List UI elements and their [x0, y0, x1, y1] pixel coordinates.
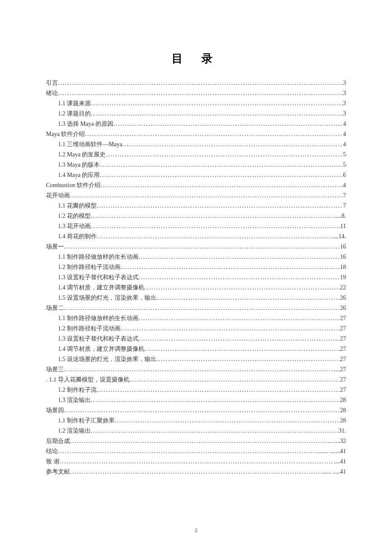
toc-entry: 1.5 设置场景的灯光，渲染效果，输出. 26 — [46, 293, 346, 303]
toc-entry-page: 7 — [343, 201, 346, 211]
toc-dots — [64, 405, 340, 416]
toc-entry: 1.2 制作路径粒子流动画18 — [46, 262, 346, 272]
toc-dots — [64, 242, 340, 252]
toc-entry-page: 31. — [339, 426, 346, 436]
toc-entry-label: 结论 — [46, 446, 58, 457]
toc-list: 引言3绪论31.1 课题来源31.2 课题目的31.3 选择 Maya 的原因 … — [46, 78, 346, 477]
toc-dots — [138, 272, 340, 283]
toc-dots — [138, 313, 340, 324]
toc-entry-label: 1.5 设置场景的灯光，渲染效果，输出. — [58, 293, 158, 303]
toc-entry: 1.5 设这场景的灯光，渲染效果，输出27 — [46, 354, 346, 364]
toc-entry-label: 场景一 — [46, 242, 64, 252]
toc-entry-page: 16 — [340, 252, 346, 262]
toc-entry-label: 1.2 课题目的 — [58, 109, 91, 119]
toc-dots — [97, 201, 343, 211]
toc-entry-page: 27 — [340, 344, 346, 354]
toc-entry-page: 28 — [340, 416, 346, 426]
toc-entry-page: 26 — [340, 303, 346, 313]
toc-entry: 1.3 渲染输出28 — [46, 395, 346, 405]
toc-entry-label: 1.2 制作路径粒子流动画 — [58, 262, 121, 272]
toc-dots — [113, 119, 343, 129]
toc-dots — [144, 344, 340, 354]
toc-entry: 后期合成.. ....32 — [46, 436, 346, 446]
toc-dots — [144, 283, 340, 293]
toc-entry-label: 1.5 设这场景的灯光，渲染效果，输出 — [58, 354, 156, 364]
toc-entry: 1.4 荷花的制作 ....14. — [46, 231, 346, 242]
toc-entry: 1.2 制作路径粒子流动画27 — [46, 324, 346, 334]
toc-dots — [64, 303, 340, 313]
toc-entry-label: 1.1 三维动画软件—Maya — [58, 139, 122, 150]
toc-dots — [91, 98, 343, 109]
toc-dots — [100, 170, 343, 180]
toc-dots — [115, 416, 340, 426]
toc-entry-page: 26 — [340, 293, 346, 303]
page-number: 2 — [0, 527, 392, 534]
toc-entry: 场景四28 — [46, 405, 346, 416]
toc-dots — [121, 324, 340, 334]
toc-entry: 1.1 课题来源3 — [46, 98, 346, 109]
toc-entry-page: 4 — [343, 129, 346, 139]
toc-dots — [64, 364, 334, 375]
toc-entry-page: .. ....32 — [330, 436, 346, 446]
toc-dots — [158, 293, 340, 303]
toc-entry: 1.2 课题目的3 — [46, 109, 346, 119]
toc-entry: 1.1 制作路径做放样的生长动画27 — [46, 313, 346, 324]
toc-entry-label: 场景二 — [46, 303, 64, 313]
toc-entry: 1.3 花开动画11 — [46, 221, 346, 231]
toc-entry-page: 7 — [343, 191, 346, 201]
toc-entry-label: 参考文献 — [46, 467, 70, 477]
toc-entry: 场景一16 — [46, 242, 346, 252]
toc-entry-label: 场景三 — [46, 364, 64, 375]
toc-entry: 1.4 调节材质，建立并调整摄像机27 — [46, 344, 346, 354]
toc-entry-label: 1.4 调节材质，建立并调整摄像机 — [58, 344, 144, 354]
toc-dots — [85, 129, 343, 139]
toc-entry-label: 1.3 渲染输出 — [58, 395, 91, 405]
toc-entry: 1.4 调节材质，建立并调整摄像机22 — [46, 283, 346, 293]
toc-dots — [101, 180, 343, 191]
toc-entry-page: 27 — [340, 313, 346, 324]
toc-entry-page: 6 — [343, 170, 346, 180]
toc-entry-label: 1.1 制作路径做放样的生长动画 — [58, 252, 138, 262]
toc-entry: 1.1 制作路径做放样的生长动画16 — [46, 252, 346, 262]
toc-entry-label: 1.4 荷花的制作 — [58, 231, 97, 242]
toc-entry: 引言3 — [46, 78, 346, 88]
toc-entry: 绪论3 — [46, 88, 346, 98]
toc-entry-label: 1.1 制作粒子汇聚效果 — [58, 416, 115, 426]
toc-entry-page: 3 — [343, 78, 346, 88]
toc-entry-label: 1.3 设置粒子替代和粒子表达式 — [58, 272, 138, 283]
toc-entry-label: 1.4 Maya 的应用 — [58, 170, 100, 180]
toc-dots — [70, 467, 324, 477]
toc-entry: 1.3 设置粒子替代和粒子表达式19 — [46, 272, 346, 283]
toc-entry-label: 场景四 — [46, 405, 64, 416]
toc-entry: 1.2 制作粒子流27 — [46, 385, 346, 395]
toc-entry-page: 22 — [340, 283, 346, 293]
toc-entry-page: ....8. — [336, 211, 346, 221]
toc-dots — [121, 262, 340, 272]
toc-entry-label: 1.3 花开动画 — [58, 221, 91, 231]
toc-entry: 场景二26 — [46, 303, 346, 313]
toc-dots — [91, 109, 343, 119]
toc-dots — [97, 231, 333, 242]
toc-entry-page: ....27 — [334, 364, 346, 375]
toc-entry-page: 28 — [340, 395, 346, 405]
toc-entry-label: 1.3 选择 Maya 的原因 — [58, 119, 113, 129]
toc-entry-label: Combustion 软件介绍 — [46, 180, 101, 191]
toc-entry: 1.1 三维动画软件—Maya4 — [46, 139, 346, 150]
toc-entry-page: 18 — [340, 262, 346, 272]
toc-dots — [156, 354, 340, 364]
toc-entry-label: 1.2 制作粒子流 — [58, 385, 97, 395]
toc-dots — [91, 426, 339, 436]
toc-entry: 结论 ....... .......41 — [46, 446, 346, 457]
toc-entry-label: 1.1 制作路径做放样的生长动画 — [58, 313, 138, 324]
toc-entry-page: 3 — [343, 109, 346, 119]
toc-entry-page: 27 — [340, 324, 346, 334]
toc-entry: 1.3 Maya 的版本5 — [46, 160, 346, 170]
toc-entry-page: 27 — [340, 334, 346, 344]
toc-entry: . 1.1 导入花瓣模型，设置摄像机27 — [46, 375, 346, 385]
toc-entry-label: 1.3 Maya 的版本 — [58, 160, 100, 170]
toc-entry-page: 4 — [343, 119, 346, 129]
toc-entry-label: 1.2 Maya 的发展史 — [58, 150, 106, 160]
toc-entry-page: 27 — [340, 354, 346, 364]
toc-entry-page: 3 — [343, 98, 346, 109]
toc-entry-label: 1.4 调节材质，建立并调整摄像机 — [58, 283, 144, 293]
